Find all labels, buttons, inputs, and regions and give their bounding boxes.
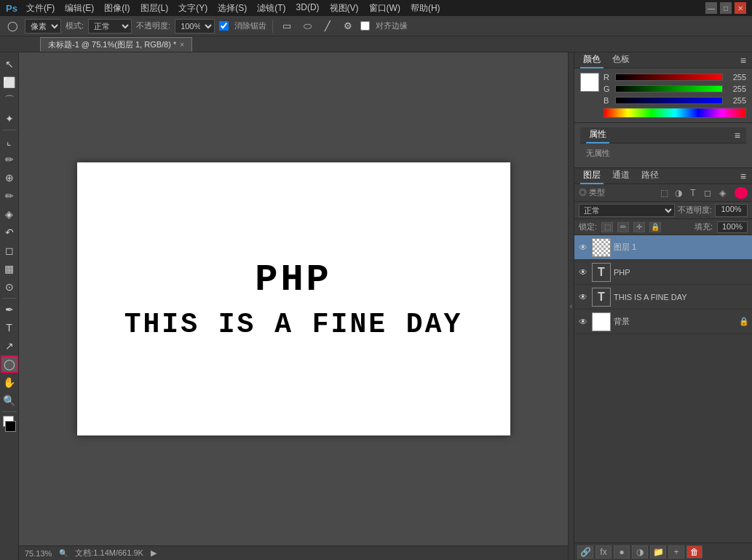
- filter-smart-icon[interactable]: ◈: [716, 187, 729, 199]
- antialias-label: 消除锯齿: [234, 20, 266, 31]
- shape-tool[interactable]: ◯: [1, 355, 18, 373]
- add-mask-button[interactable]: ●: [614, 545, 630, 559]
- filter-shape-icon[interactable]: ◻: [701, 187, 714, 199]
- lock-all-icon[interactable]: 🔒: [649, 222, 661, 232]
- marquee-tool[interactable]: ⬜: [1, 74, 18, 91]
- layer-lock-icon: 🔒: [739, 317, 749, 326]
- channels-tab[interactable]: 通道: [609, 167, 633, 184]
- menu-file[interactable]: 文件(F): [22, 1, 59, 16]
- text-tool[interactable]: T: [1, 319, 18, 336]
- document-tab[interactable]: 未标题-1 @ 75.1%(图层 1, RGB/8) * ×: [40, 37, 192, 52]
- menu-window[interactable]: 窗口(W): [365, 1, 405, 16]
- filter-adjust-icon[interactable]: ◑: [672, 187, 685, 199]
- adjustment-button[interactable]: ◑: [632, 545, 648, 559]
- layer-name: 背景: [614, 316, 736, 327]
- layer-visibility-icon[interactable]: 👁: [577, 267, 589, 278]
- new-layer-button[interactable]: +: [668, 545, 684, 559]
- menu-select[interactable]: 选择(S): [213, 1, 251, 16]
- titlebar-left: Ps 文件(F) 编辑(E) 图像(I) 图层(L) 文字(Y) 选择(S) 滤…: [6, 1, 445, 16]
- tool-separator: [2, 130, 17, 130]
- lasso-tool[interactable]: ⌒: [1, 92, 18, 109]
- layer-item[interactable]: 👁 T PHP: [574, 260, 752, 285]
- brush-tool[interactable]: ✏: [1, 187, 18, 205]
- menu-help[interactable]: 帮助(H): [406, 1, 445, 16]
- properties-tab[interactable]: 属性: [586, 127, 609, 143]
- zoom-tool[interactable]: 🔍: [1, 392, 18, 409]
- ps-logo: Ps: [6, 3, 17, 14]
- layer-visibility-icon[interactable]: 👁: [577, 242, 589, 253]
- filter-text-icon[interactable]: T: [686, 187, 700, 199]
- panel-collapse-handle[interactable]: ‹: [568, 52, 574, 560]
- doc-arrow: ▶: [151, 548, 157, 558]
- color-preview-white[interactable]: [580, 73, 599, 92]
- swatches-tab[interactable]: 色板: [609, 52, 633, 68]
- layer-item[interactable]: 👁 背景 🔒: [574, 309, 752, 334]
- layer-item[interactable]: 👁 T THIS IS A FINE DAY: [574, 285, 752, 309]
- close-button[interactable]: ✕: [735, 2, 746, 14]
- menu-3d[interactable]: 3D(D): [292, 1, 324, 16]
- layer-visibility-icon[interactable]: 👁: [577, 316, 589, 328]
- g-slider[interactable]: [615, 85, 723, 92]
- layers-tab[interactable]: 图层: [580, 167, 603, 184]
- history-brush-tool[interactable]: ↶: [1, 224, 18, 241]
- spot-heal-tool[interactable]: ⊕: [1, 169, 18, 186]
- tab-close-icon[interactable]: ×: [180, 41, 184, 49]
- link-layers-button[interactable]: 🔗: [577, 545, 593, 559]
- layer-visibility-icon[interactable]: 👁: [577, 291, 589, 303]
- b-slider[interactable]: [615, 97, 723, 104]
- pen-tool[interactable]: ✒: [1, 301, 18, 318]
- opacity-select[interactable]: 100%: [175, 19, 215, 33]
- filter-toggle[interactable]: [735, 187, 748, 199]
- canvas-scroll[interactable]: PHP THIS IS A FINE DAY: [19, 52, 568, 545]
- gear-icon[interactable]: ⚙: [340, 18, 356, 34]
- hand-tool[interactable]: ✋: [1, 374, 18, 391]
- shape-line-icon[interactable]: ╱: [320, 18, 336, 34]
- clone-tool[interactable]: ◈: [1, 205, 18, 223]
- menu-filter[interactable]: 滤镜(T): [253, 1, 290, 16]
- paths-tab[interactable]: 路径: [638, 167, 662, 184]
- opacity-input[interactable]: 100%: [715, 204, 748, 217]
- layers-options[interactable]: ≡: [740, 170, 746, 182]
- align-checkbox[interactable]: [360, 21, 370, 31]
- dodge-tool[interactable]: ⊙: [1, 278, 18, 296]
- eyedropper-tool[interactable]: ✏: [1, 151, 18, 168]
- color-tab[interactable]: 颜色: [580, 52, 603, 68]
- layer-name: 图层 1: [614, 242, 749, 253]
- shape-rect-icon[interactable]: ▭: [279, 18, 295, 34]
- move-tool[interactable]: ↖: [1, 55, 18, 73]
- menu-layer[interactable]: 图层(L): [136, 1, 173, 16]
- color-swatch[interactable]: [1, 416, 17, 432]
- tool-shape-icon[interactable]: ◯: [4, 18, 20, 34]
- maximize-button[interactable]: □: [720, 2, 732, 14]
- properties-options[interactable]: ≡: [735, 130, 740, 141]
- color-panel-options[interactable]: ≡: [740, 55, 746, 66]
- r-slider[interactable]: [615, 74, 723, 81]
- minimize-button[interactable]: —: [705, 2, 717, 14]
- eraser-tool[interactable]: ◻: [1, 242, 18, 259]
- menu-view[interactable]: 视图(V): [325, 1, 363, 16]
- magic-wand-tool[interactable]: ✦: [1, 110, 18, 127]
- blend-mode-select[interactable]: 正常: [579, 204, 675, 217]
- crop-tool[interactable]: ⌞: [1, 133, 18, 150]
- menu-text[interactable]: 文字(Y): [174, 1, 212, 16]
- tab-bar: 未标题-1 @ 75.1%(图层 1, RGB/8) * ×: [0, 36, 752, 52]
- antialias-checkbox[interactable]: [219, 21, 229, 31]
- lock-position-icon[interactable]: ✛: [633, 222, 645, 232]
- filter-pixel-icon[interactable]: ⬚: [657, 187, 670, 199]
- gradient-tool[interactable]: ▦: [1, 260, 18, 277]
- color-spectrum[interactable]: [603, 108, 746, 118]
- new-group-button[interactable]: 📁: [650, 545, 666, 559]
- pixel-select[interactable]: 像素: [25, 19, 61, 33]
- menu-edit[interactable]: 编辑(E): [60, 1, 98, 16]
- lock-transparent-icon[interactable]: ⬚: [601, 222, 613, 232]
- lock-pixels-icon[interactable]: ✏: [617, 222, 629, 232]
- fx-button[interactable]: fx: [595, 545, 612, 559]
- menu-image[interactable]: 图像(I): [100, 1, 134, 16]
- shape-ellipse-icon[interactable]: ⬭: [299, 18, 315, 34]
- fill-label: 填充:: [694, 221, 713, 232]
- fill-input[interactable]: 100%: [717, 221, 748, 233]
- path-select-tool[interactable]: ↗: [1, 337, 18, 355]
- mode-select[interactable]: 正常: [88, 19, 132, 33]
- delete-layer-button[interactable]: 🗑: [686, 545, 702, 559]
- layer-item[interactable]: 👁 图层 1: [574, 235, 752, 260]
